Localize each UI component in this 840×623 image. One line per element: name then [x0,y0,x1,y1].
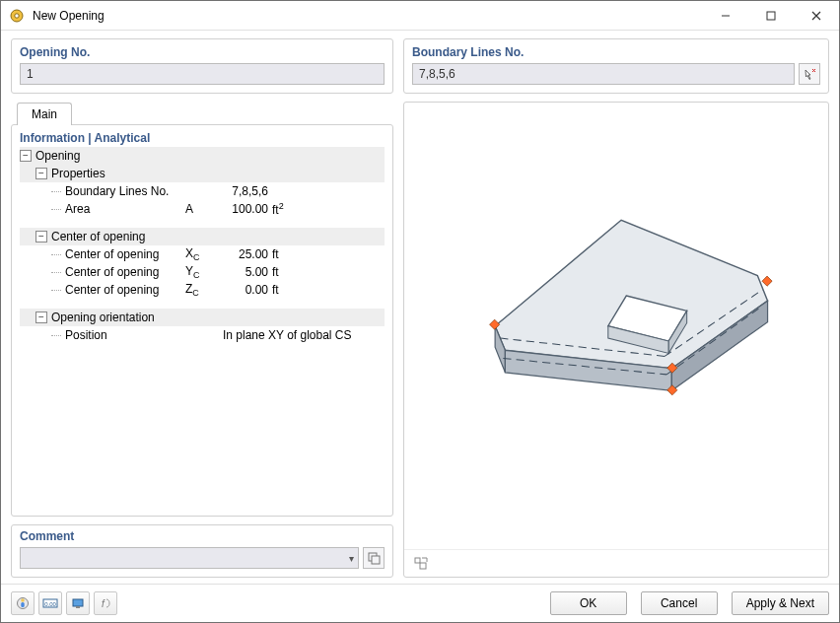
svg-point-1 [15,13,19,17]
collapse-icon[interactable]: − [35,312,47,323]
app-icon [9,8,25,24]
apply-next-button[interactable]: Apply & Next [732,591,829,615]
tree-node-center[interactable]: − Center of opening [20,228,385,245]
tree-row-position[interactable]: Position In plane XY of global CS [20,326,385,344]
svg-text:f: f [102,598,105,609]
maximize-button[interactable] [748,1,794,31]
chevron-down-icon: ▾ [349,553,354,564]
tree-row-area[interactable]: Area A 100.00 ft2 [20,200,385,218]
svg-rect-6 [762,276,772,286]
tree-title: Information | Analytical [20,131,385,145]
mid-row: Main Information | Analytical − Opening … [11,102,829,578]
tree-node-opening[interactable]: − Opening [20,147,385,165]
tree-row-boundary[interactable]: Boundary Lines No. 7,8,5,6 [20,182,385,200]
help-button[interactable] [11,591,35,615]
titlebar: New Opening [1,1,839,31]
opening-no-group: Opening No. [11,38,393,94]
svg-rect-9 [415,558,420,563]
svg-rect-13 [21,602,24,607]
boundary-lines-input[interactable] [412,63,795,85]
preview-settings-button[interactable] [410,553,432,575]
svg-point-12 [21,598,25,602]
preview-toolbar [404,549,828,577]
comment-combo[interactable]: ▾ [20,547,359,569]
comment-library-button[interactable] [363,547,385,569]
svg-text:0,00: 0,00 [44,601,56,607]
tabstrip: Main [11,102,393,124]
svg-rect-4 [372,556,380,564]
left-column: Main Information | Analytical − Opening … [11,102,393,578]
dialog-window: New Opening Opening No. Boundary Lines N… [0,0,840,623]
dialog-footer: 0,00 f OK Cancel Apply & Next [1,584,839,622]
svg-rect-16 [73,599,83,606]
window-title: New Opening [33,9,105,23]
svg-rect-10 [420,563,426,569]
svg-rect-17 [76,606,80,608]
boundary-lines-label: Boundary Lines No. [412,45,820,59]
pick-lines-button[interactable] [799,63,820,85]
script-button[interactable]: f [94,591,117,615]
tree-row-yc[interactable]: Center of opening YC 5.00 ft [20,263,385,281]
top-row: Opening No. Boundary Lines No. [11,38,829,94]
render-settings-button[interactable] [66,591,90,615]
collapse-icon[interactable]: − [35,231,47,242]
collapse-icon[interactable]: − [35,168,47,179]
slab-preview-svg [404,103,828,549]
collapse-icon[interactable]: − [20,150,32,162]
cancel-button[interactable]: Cancel [641,591,718,615]
opening-no-input[interactable] [20,63,385,85]
svg-rect-2 [767,12,775,20]
tree-node-orientation[interactable]: − Opening orientation [20,309,385,326]
comment-group: Comment ▾ [11,524,393,578]
property-tree: Information | Analytical − Opening − Pro… [11,124,393,517]
tree-row-xc[interactable]: Center of opening XC 25.00 ft [20,245,385,263]
tree-row-zc[interactable]: Center of opening ZC 0.00 ft [20,281,385,299]
comment-label: Comment [20,529,385,543]
opening-no-label: Opening No. [20,45,385,59]
ok-button[interactable]: OK [550,591,627,615]
tab-main[interactable]: Main [17,103,72,125]
preview-viewport[interactable] [404,103,828,549]
boundary-lines-group: Boundary Lines No. [403,38,829,94]
tree-node-properties[interactable]: − Properties [20,165,385,182]
units-button[interactable]: 0,00 [38,591,62,615]
minimize-button[interactable] [703,1,748,31]
preview-panel [403,102,829,578]
dialog-content: Opening No. Boundary Lines No. [1,31,839,584]
close-button[interactable] [794,1,839,31]
